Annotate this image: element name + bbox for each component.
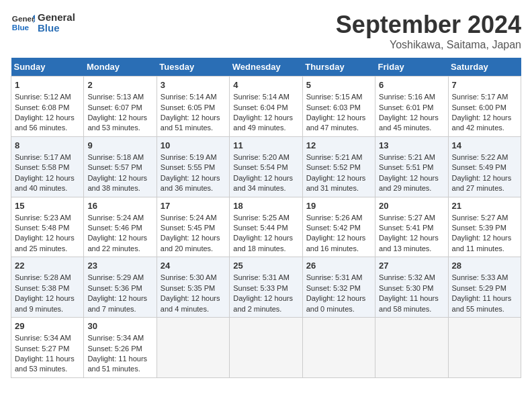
calendar-cell <box>302 318 375 378</box>
daylight-text: Daylight: 12 hours and 9 minutes. <box>15 293 80 314</box>
calendar-cell: 3Sunrise: 5:14 AMSunset: 6:05 PMDaylight… <box>157 77 229 137</box>
sunset-text: Sunset: 5:55 PM <box>161 163 226 173</box>
day-number: 26 <box>306 260 371 272</box>
day-number: 4 <box>233 79 298 91</box>
daylight-text: Daylight: 12 hours and 38 minutes. <box>87 173 152 194</box>
daylight-text: Daylight: 12 hours and 13 minutes. <box>379 233 444 254</box>
sunset-text: Sunset: 6:01 PM <box>379 103 444 113</box>
sunset-text: Sunset: 5:38 PM <box>15 283 80 293</box>
day-number: 6 <box>379 79 444 91</box>
sunrise-text: Sunrise: 5:16 AM <box>379 92 444 102</box>
sunrise-text: Sunrise: 5:26 AM <box>306 213 371 223</box>
calendar-week-2: 8Sunrise: 5:17 AMSunset: 5:58 PMDaylight… <box>11 136 521 197</box>
logo-line2: Blue <box>38 23 75 34</box>
calendar-cell: 26Sunrise: 5:31 AMSunset: 5:32 PMDayligh… <box>302 257 375 318</box>
sunrise-text: Sunrise: 5:31 AM <box>233 273 298 283</box>
calendar-cell <box>230 318 302 378</box>
calendar-cell: 13Sunrise: 5:21 AMSunset: 5:51 PMDayligh… <box>375 136 448 197</box>
calendar-cell <box>375 318 448 378</box>
sunrise-text: Sunrise: 5:34 AM <box>15 333 80 343</box>
sunrise-text: Sunrise: 5:21 AM <box>379 152 444 163</box>
day-number: 10 <box>161 140 226 152</box>
daylight-text: Daylight: 11 hours and 51 minutes. <box>87 354 152 375</box>
sunset-text: Sunset: 5:49 PM <box>452 163 517 173</box>
calendar-table: SundayMondayTuesdayWednesdayThursdayFrid… <box>11 58 521 378</box>
daylight-text: Daylight: 12 hours and 47 minutes. <box>306 113 371 134</box>
sunrise-text: Sunrise: 5:25 AM <box>233 213 298 223</box>
calendar-cell <box>448 318 521 378</box>
weekday-header-friday: Friday <box>375 58 448 77</box>
daylight-text: Daylight: 12 hours and 0 minutes. <box>306 293 371 314</box>
calendar-cell: 25Sunrise: 5:31 AMSunset: 5:33 PMDayligh… <box>230 257 302 318</box>
calendar-subtitle: Yoshikawa, Saitama, Japan <box>336 39 521 51</box>
sunrise-text: Sunrise: 5:34 AM <box>87 333 152 343</box>
sunset-text: Sunset: 5:51 PM <box>379 163 444 173</box>
sunrise-text: Sunrise: 5:14 AM <box>161 92 226 102</box>
day-number: 18 <box>233 200 298 212</box>
sunrise-text: Sunrise: 5:18 AM <box>87 152 152 163</box>
weekday-header-saturday: Saturday <box>448 58 521 77</box>
sunrise-text: Sunrise: 5:23 AM <box>15 213 80 223</box>
day-number: 29 <box>15 320 80 332</box>
daylight-text: Daylight: 11 hours and 58 minutes. <box>379 293 444 314</box>
logo-line1: General <box>38 12 75 24</box>
daylight-text: Daylight: 12 hours and 51 minutes. <box>161 113 226 134</box>
sunset-text: Sunset: 6:03 PM <box>306 103 371 113</box>
sunrise-text: Sunrise: 5:29 AM <box>87 273 152 283</box>
day-number: 11 <box>233 140 298 152</box>
daylight-text: Daylight: 12 hours and 20 minutes. <box>161 233 226 254</box>
day-number: 3 <box>161 79 226 91</box>
sunrise-text: Sunrise: 5:21 AM <box>306 152 371 163</box>
daylight-text: Daylight: 12 hours and 25 minutes. <box>15 233 80 254</box>
svg-text:General: General <box>12 14 35 23</box>
calendar-cell: 21Sunrise: 5:27 AMSunset: 5:39 PMDayligh… <box>448 197 521 257</box>
sunset-text: Sunset: 5:41 PM <box>379 223 444 233</box>
sunrise-text: Sunrise: 5:17 AM <box>15 152 80 163</box>
calendar-cell <box>157 318 229 378</box>
day-number: 28 <box>452 260 517 272</box>
daylight-text: Daylight: 12 hours and 56 minutes. <box>15 113 80 134</box>
calendar-cell: 10Sunrise: 5:19 AMSunset: 5:55 PMDayligh… <box>157 136 229 197</box>
sunset-text: Sunset: 5:44 PM <box>233 223 298 233</box>
sunrise-text: Sunrise: 5:27 AM <box>379 213 444 223</box>
sunrise-text: Sunrise: 5:19 AM <box>161 152 226 163</box>
calendar-cell: 6Sunrise: 5:16 AMSunset: 6:01 PMDaylight… <box>375 77 448 137</box>
sunrise-text: Sunrise: 5:24 AM <box>161 213 226 223</box>
sunset-text: Sunset: 5:42 PM <box>306 223 371 233</box>
calendar-cell: 30Sunrise: 5:34 AMSunset: 5:26 PMDayligh… <box>84 318 157 378</box>
day-number: 27 <box>379 260 444 272</box>
day-number: 21 <box>452 200 517 212</box>
day-number: 12 <box>306 140 371 152</box>
day-number: 2 <box>87 79 152 91</box>
calendar-cell: 11Sunrise: 5:20 AMSunset: 5:54 PMDayligh… <box>230 136 302 197</box>
calendar-cell: 16Sunrise: 5:24 AMSunset: 5:46 PMDayligh… <box>84 197 157 257</box>
calendar-cell: 22Sunrise: 5:28 AMSunset: 5:38 PMDayligh… <box>11 257 84 318</box>
day-number: 24 <box>161 260 226 272</box>
day-number: 16 <box>87 200 152 212</box>
sunrise-text: Sunrise: 5:12 AM <box>15 92 80 102</box>
calendar-week-4: 22Sunrise: 5:28 AMSunset: 5:38 PMDayligh… <box>11 257 521 318</box>
calendar-cell: 19Sunrise: 5:26 AMSunset: 5:42 PMDayligh… <box>302 197 375 257</box>
daylight-text: Daylight: 12 hours and 40 minutes. <box>15 173 80 194</box>
header: General Blue General Blue September 2024… <box>11 11 521 51</box>
sunset-text: Sunset: 6:05 PM <box>161 103 226 113</box>
daylight-text: Daylight: 11 hours and 55 minutes. <box>452 293 517 314</box>
sunset-text: Sunset: 5:45 PM <box>161 223 226 233</box>
daylight-text: Daylight: 12 hours and 4 minutes. <box>161 293 226 314</box>
sunset-text: Sunset: 5:32 PM <box>306 283 371 293</box>
daylight-text: Daylight: 12 hours and 16 minutes. <box>306 233 371 254</box>
calendar-cell: 27Sunrise: 5:32 AMSunset: 5:30 PMDayligh… <box>375 257 448 318</box>
sunset-text: Sunset: 5:35 PM <box>161 283 226 293</box>
sunrise-text: Sunrise: 5:33 AM <box>452 273 517 283</box>
calendar-cell: 2Sunrise: 5:13 AMSunset: 6:07 PMDaylight… <box>84 77 157 137</box>
sunrise-text: Sunrise: 5:31 AM <box>306 273 371 283</box>
title-block: September 2024 Yoshikawa, Saitama, Japan <box>336 11 521 51</box>
day-number: 14 <box>452 140 517 152</box>
weekday-header-sunday: Sunday <box>11 58 84 77</box>
sunrise-text: Sunrise: 5:22 AM <box>452 152 517 163</box>
sunset-text: Sunset: 5:46 PM <box>87 223 152 233</box>
sunrise-text: Sunrise: 5:14 AM <box>233 92 298 102</box>
sunset-text: Sunset: 6:04 PM <box>233 103 298 113</box>
daylight-text: Daylight: 12 hours and 45 minutes. <box>379 113 444 134</box>
sunset-text: Sunset: 5:30 PM <box>379 283 444 293</box>
